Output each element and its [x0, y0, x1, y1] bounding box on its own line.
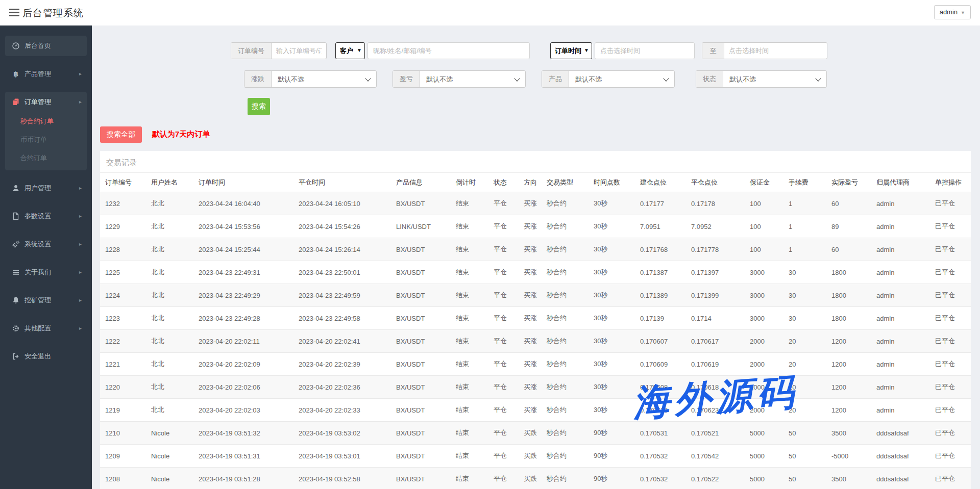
col-header: 建仓点位: [635, 173, 686, 192]
order-id: 1210: [100, 422, 146, 445]
sidebar-subitem-contract-orders[interactable]: 合约订单: [5, 149, 87, 167]
username-link[interactable]: 北北: [146, 192, 193, 215]
pnl-filter-group: 盈亏 默认不选: [393, 70, 526, 88]
sidebar-item-logout[interactable]: 安全退出: [5, 346, 87, 367]
margin: 100: [745, 238, 783, 261]
order-id: 1224: [100, 284, 146, 307]
username-link[interactable]: 北北: [146, 330, 193, 353]
username-link[interactable]: 北北: [146, 215, 193, 238]
pnl-select[interactable]: 默认不选: [420, 71, 525, 87]
position-status: 平仓: [488, 284, 519, 307]
col-header: 倒计时: [451, 173, 488, 192]
agent: admin: [871, 284, 930, 307]
start-time-input[interactable]: [595, 42, 695, 59]
time-points: 30秒: [589, 215, 635, 238]
position-status: 平仓: [488, 330, 519, 353]
sidebar-item-users[interactable]: 用户管理 ▸: [5, 178, 87, 198]
end-time-input[interactable]: [724, 43, 827, 59]
user-dropdown[interactable]: admin▼: [934, 5, 971, 19]
sidebar-item-about[interactable]: 关于我们 ▸: [5, 262, 87, 282]
username-link[interactable]: 北北: [146, 284, 193, 307]
end-time-group: 至: [702, 42, 827, 59]
sidebar-item-products[interactable]: ฿ 产品管理 ▸: [5, 64, 87, 84]
to-label: 至: [702, 43, 724, 59]
open-price: 0.170609: [635, 353, 686, 376]
updown-select[interactable]: 默认不选: [272, 71, 376, 87]
close-price: 0.1714: [686, 307, 745, 330]
sidebar-item-dashboard[interactable]: 后台首页: [5, 36, 87, 56]
trade-records-panel: 交易记录 订单编号 用户姓名 订单时间 平仓时间 产品信息 倒计时 状态 方向: [100, 151, 971, 489]
close-time: 2023-04-23 22:50:01: [293, 261, 391, 284]
chevron-right-icon: ▸: [79, 178, 82, 198]
profit: 1200: [826, 330, 871, 353]
username-link[interactable]: Nicole: [146, 422, 193, 445]
sidebar-subitem-seconds-contract-orders[interactable]: 秒合约订单: [5, 112, 87, 131]
username-link[interactable]: 北北: [146, 353, 193, 376]
open-time: 2023-04-24 15:25:44: [193, 238, 293, 261]
username-link[interactable]: 北北: [146, 376, 193, 399]
agent: admin: [871, 261, 930, 284]
sidebar-item-other-config[interactable]: 其他配置 ▸: [5, 318, 87, 339]
time-points: 30秒: [589, 399, 635, 422]
trade-type: 秒合约: [542, 376, 589, 399]
margin: 3000: [745, 307, 783, 330]
order-id: 1209: [100, 445, 146, 468]
profit: 60: [826, 192, 871, 215]
customer-type-select[interactable]: 客户: [336, 43, 364, 59]
customer-search-input[interactable]: [368, 42, 530, 59]
username-link[interactable]: 北北: [146, 399, 193, 422]
status-label: 状态: [696, 71, 723, 87]
bitcoin-icon: ฿: [11, 64, 20, 84]
close-time: 2023-04-19 03:53:02: [293, 422, 391, 445]
menu-toggle-icon[interactable]: [9, 9, 19, 17]
sidebar-item-label: 参数设置: [24, 206, 51, 226]
status-select[interactable]: 默认不选: [723, 71, 826, 87]
product-select[interactable]: 默认不选: [569, 71, 674, 87]
fee: 50: [783, 468, 826, 489]
control-status: 已平仓: [930, 238, 971, 261]
username-link[interactable]: 北北: [146, 238, 193, 261]
position-status: 平仓: [488, 238, 519, 261]
order-id: 1232: [100, 192, 146, 215]
order-no-input[interactable]: [272, 43, 326, 59]
profit: 3500: [826, 468, 871, 489]
time-points: 90秒: [589, 468, 635, 489]
agent: dddsafdsaf: [871, 422, 930, 445]
direction: 买涨: [519, 192, 542, 215]
profit: 1800: [826, 284, 871, 307]
sidebar-item-mining[interactable]: 挖矿管理 ▸: [5, 290, 87, 311]
table-row: 1220北北2023-04-20 22:02:062023-04-20 22:0…: [100, 376, 971, 399]
fee: 30: [783, 307, 826, 330]
sidebar-item-label: 安全退出: [24, 346, 51, 367]
default-range-hint: 默认为7天内订单: [152, 130, 210, 139]
sidebar-subitem-spot-orders[interactable]: 币币订单: [5, 131, 87, 149]
username-link[interactable]: Nicole: [146, 468, 193, 489]
close-price: 0.170522: [686, 468, 745, 489]
agent: dddsafdsaf: [871, 445, 930, 468]
countdown: 结束: [451, 445, 488, 468]
username-link[interactable]: 北北: [146, 261, 193, 284]
sidebar-item-params[interactable]: 参数设置 ▸: [5, 206, 87, 226]
margin: 2000: [745, 376, 783, 399]
col-header: 用户姓名: [146, 173, 193, 192]
table-row: 1222北北2023-04-20 22:02:112023-04-20 22:0…: [100, 330, 971, 353]
direction: 买涨: [519, 284, 542, 307]
logout-icon: [11, 346, 20, 367]
username-link[interactable]: Nicole: [146, 445, 193, 468]
time-type-select[interactable]: 订单时间: [551, 43, 592, 59]
sidebar-item-label: 产品管理: [24, 64, 51, 84]
direction: 买涨: [519, 307, 542, 330]
search-button[interactable]: 搜索: [248, 98, 270, 115]
open-price: 0.171389: [635, 284, 686, 307]
margin: 5000: [745, 468, 783, 489]
col-header: 订单编号: [100, 173, 146, 192]
position-status: 平仓: [488, 468, 519, 489]
fee: 50: [783, 422, 826, 445]
control-status: 已平仓: [930, 215, 971, 238]
search-all-button[interactable]: 搜索全部: [100, 126, 142, 143]
sidebar-item-system[interactable]: 系统设置 ▸: [5, 234, 87, 254]
gear-icon: [11, 318, 20, 339]
username-link[interactable]: 北北: [146, 307, 193, 330]
sidebar-item-orders[interactable]: 订单管理 ▸: [5, 92, 87, 112]
trade-type: 秒合约: [542, 261, 589, 284]
